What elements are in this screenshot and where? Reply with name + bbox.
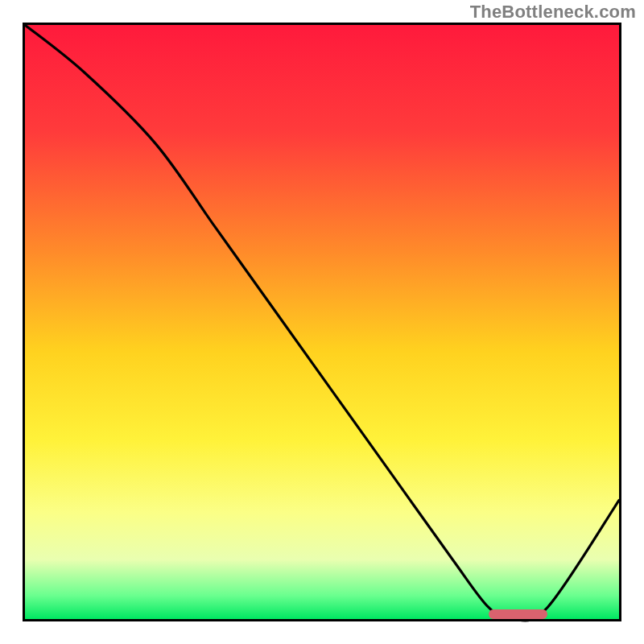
- chart-frame: TheBottleneck.com: [0, 0, 644, 644]
- attribution-text: TheBottleneck.com: [470, 2, 636, 23]
- plot-area: [23, 23, 621, 621]
- curve-layer: [25, 25, 619, 619]
- bottleneck-curve-line: [25, 25, 619, 621]
- optimal-range-marker: [489, 609, 548, 619]
